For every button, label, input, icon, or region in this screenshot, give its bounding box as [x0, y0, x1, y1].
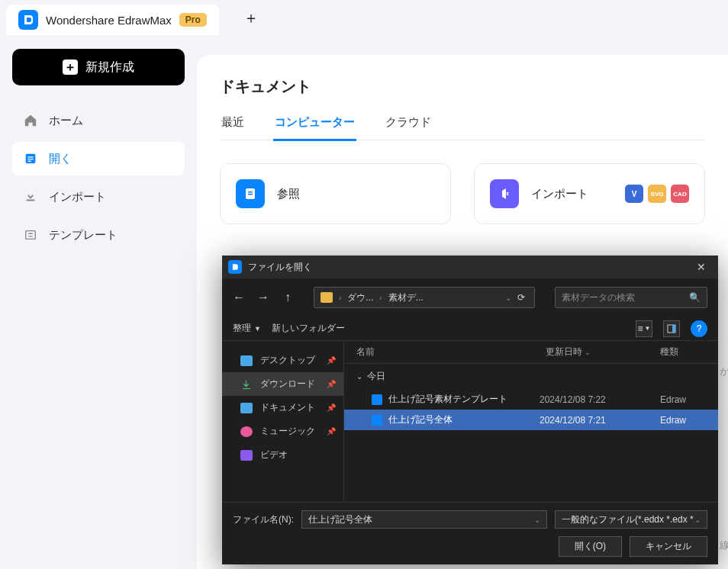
sidebar-item-home[interactable]: ホーム [12, 104, 185, 137]
cancel-button[interactable]: キャンセル [630, 536, 707, 557]
plus-icon: ＋ [63, 59, 78, 75]
close-icon[interactable]: ✕ [691, 258, 712, 276]
help-button[interactable]: ? [691, 320, 707, 337]
pin-icon: 📌 [327, 403, 336, 412]
refresh-icon[interactable]: ⟳ [517, 292, 525, 303]
preview-pane-button[interactable] [663, 320, 680, 337]
search-input[interactable]: 素材データの検索 🔍 [555, 287, 707, 308]
sidebar-video[interactable]: ビデオ [222, 443, 343, 467]
chevron-icon: › [339, 294, 341, 302]
page-title: ドキュメント [220, 76, 705, 97]
folder-icon [321, 292, 333, 303]
file-icon [372, 415, 382, 426]
open-button[interactable]: 開く(O) [559, 536, 622, 557]
path-bar[interactable]: › ダウ... › 素材デ... ⌄ ⟳ [314, 287, 535, 308]
badge-cad: CAD [671, 185, 689, 203]
search-placeholder: 素材データの検索 [562, 291, 635, 304]
file-open-dialog: ファイルを開く ✕ ← → ↑ › ダウ... › 素材デ... ⌄ ⟳ 素材デ… [222, 256, 718, 564]
filename-input[interactable]: 仕上げ記号全体 ⌄ [301, 510, 547, 529]
file-list: 名前 更新日時 ⌄ 種類 ⌄ 今日 仕上げ記号素材テンプレート 2024/12/… [344, 341, 718, 502]
tab-recent[interactable]: 最近 [220, 115, 246, 140]
tab-computer[interactable]: コンピューター [273, 115, 356, 141]
chevron-icon: › [379, 294, 382, 302]
import-icon [23, 189, 38, 204]
file-list-header: 名前 更新日時 ⌄ 種類 [344, 341, 718, 364]
col-date[interactable]: 更新日時 ⌄ [546, 346, 660, 358]
open-icon [23, 151, 38, 166]
music-icon [240, 426, 253, 437]
view-menu-button[interactable]: ≡▼ [636, 320, 652, 337]
path-seg-1[interactable]: ダウ... [347, 291, 373, 304]
import-card[interactable]: インポート V SVG CAD [474, 163, 705, 224]
file-group-today[interactable]: ⌄ 今日 [344, 364, 718, 389]
sidebar: ＋ 新規作成 ホーム 開く インポート テンプレート [0, 35, 197, 569]
chevron-down-icon: ⌄ [694, 516, 701, 524]
file-type: Edraw [660, 394, 706, 405]
col-name[interactable]: 名前 [356, 346, 546, 358]
dialog-sidebar: デスクトップ 📌 ダウンロード 📌 ドキュメント 📌 ミュージック 📌 ビデオ [222, 341, 344, 502]
app-title: Wondershare EdrawMax [46, 14, 172, 27]
pro-badge: Pro [179, 13, 207, 27]
new-button-label: 新規作成 [85, 59, 134, 76]
filetype-select[interactable]: 一般的なファイル(*.eddx *.edx *.vs ⌄ [555, 510, 707, 529]
sidebar-downloads[interactable]: ダウンロード 📌 [222, 372, 343, 396]
pin-icon: 📌 [327, 427, 336, 436]
new-folder-button[interactable]: 新しいフォルダー [272, 322, 345, 335]
file-date: 2024/12/08 7:21 [540, 415, 654, 426]
chevron-down-icon: ▼ [254, 325, 261, 333]
dialog-title: ファイルを開く [248, 261, 685, 274]
tab-bar: Wondershare EdrawMax Pro ＋ [0, 0, 728, 35]
file-name: 仕上げ記号全体 [388, 413, 533, 426]
new-document-button[interactable]: ＋ 新規作成 [12, 49, 185, 85]
search-icon: 🔍 [689, 292, 701, 303]
format-badges: V SVG CAD [625, 185, 689, 203]
sidebar-item-open[interactable]: 開く [12, 142, 185, 175]
sidebar-music[interactable]: ミュージック 📌 [222, 420, 343, 443]
chevron-down-icon[interactable]: ⌄ [505, 294, 511, 302]
sort-chevron-icon: ⌄ [585, 349, 591, 356]
browse-card[interactable]: 参照 [220, 163, 451, 224]
file-row[interactable]: 仕上げ記号素材テンプレート 2024/12/08 7:22 Edraw [344, 389, 718, 410]
back-arrow-icon[interactable]: ← [233, 291, 245, 304]
browse-icon [236, 179, 265, 208]
import-card-icon [490, 179, 519, 208]
template-icon [23, 227, 38, 243]
dialog-footer: ファイル名(N): 仕上げ記号全体 ⌄ 一般的なファイル(*.eddx *.ed… [222, 502, 718, 564]
svg-rect-7 [248, 194, 253, 195]
svg-rect-2 [27, 159, 33, 159]
file-type: Edraw [660, 415, 706, 426]
tab-cloud[interactable]: クラウド [384, 115, 433, 140]
sidebar-desktop[interactable]: デスクトップ 📌 [222, 349, 343, 372]
col-type[interactable]: 種類 [660, 346, 706, 358]
dialog-titlebar: ファイルを開く ✕ [222, 256, 718, 278]
download-icon [240, 379, 253, 390]
partial-text: が [720, 365, 728, 378]
sidebar-item-import[interactable]: インポート [12, 180, 185, 214]
file-row[interactable]: 仕上げ記号全体 2024/12/08 7:21 Edraw [344, 410, 718, 430]
badge-svg: SVG [648, 185, 666, 203]
content-tabs: 最近 コンピューター クラウド [220, 115, 705, 140]
nav-label: インポート [49, 190, 106, 204]
nav-label: ホーム [49, 114, 83, 128]
sidebar-item-template[interactable]: テンプレート [12, 218, 185, 252]
dialog-app-icon [228, 260, 242, 274]
new-tab-button[interactable]: ＋ [240, 7, 262, 28]
home-icon [23, 113, 38, 128]
app-tab[interactable]: Wondershare EdrawMax Pro [6, 5, 219, 35]
badge-v: V [625, 185, 643, 203]
forward-arrow-icon[interactable]: → [257, 291, 269, 304]
dialog-nav: ← → ↑ › ダウ... › 素材デ... ⌄ ⟳ 素材データの検索 🔍 [222, 278, 718, 317]
up-arrow-icon[interactable]: ↑ [282, 291, 294, 304]
pin-icon: 📌 [327, 356, 336, 365]
app-logo-icon [18, 10, 38, 30]
path-seg-2[interactable]: 素材デ... [388, 291, 424, 304]
svg-rect-3 [27, 161, 31, 162]
svg-rect-1 [27, 156, 33, 157]
nav-label: テンプレート [49, 228, 118, 243]
svg-rect-6 [248, 191, 253, 193]
organize-menu[interactable]: 整理 ▼ [233, 322, 261, 335]
chevron-down-icon[interactable]: ⌄ [534, 516, 540, 524]
sidebar-documents[interactable]: ドキュメント 📌 [222, 396, 343, 420]
svg-rect-9 [672, 325, 675, 333]
file-icon [372, 394, 382, 405]
